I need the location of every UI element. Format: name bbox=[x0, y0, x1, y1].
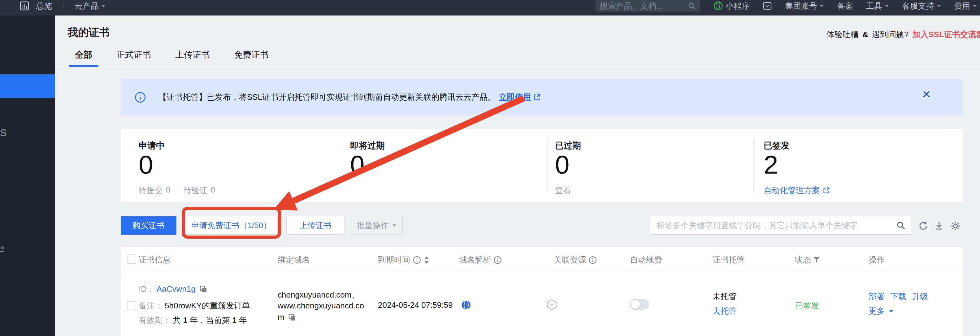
tabs: 全部 正式证书 上传证书 免费证书 bbox=[69, 49, 275, 66]
nav-search-box[interactable]: 搜索产品、文档... bbox=[595, 0, 700, 12]
tab-all[interactable]: 全部 bbox=[69, 49, 99, 66]
helper-links: 体验吐槽 & 遇到问题? 加入SSL证书交流群 帮 bbox=[826, 29, 980, 40]
tab-paid-certs[interactable]: 正式证书 bbox=[110, 49, 157, 66]
tab-uploaded-certs[interactable]: 上传证书 bbox=[169, 49, 216, 66]
top-nav: 总览 云产品 搜索产品、文档... 小程序 bbox=[0, 0, 980, 16]
batch-operation-label: 批量操作 bbox=[356, 220, 389, 231]
cert-remark-line: 备注： 5h0rowKY的重颁发订单 bbox=[139, 300, 250, 311]
dns-globe-icon[interactable] bbox=[461, 299, 472, 310]
stat-issued-value: 2 bbox=[764, 150, 778, 179]
deploy-link[interactable]: 部署 bbox=[869, 291, 885, 302]
upload-cert-label: 上传证书 bbox=[299, 220, 331, 231]
domain-line-1: chengxuyuancd.com、 bbox=[278, 290, 360, 300]
search-icon[interactable] bbox=[688, 2, 696, 10]
cert-validity-line: 有效期： 共 1 年，当前第 1 年 bbox=[139, 315, 247, 326]
chevron-down-icon bbox=[889, 310, 893, 312]
apply-free-cert-button[interactable]: 申请免费证书（1/50） bbox=[185, 216, 278, 235]
banner-close-icon[interactable] bbox=[921, 89, 932, 99]
nav-divider bbox=[63, 1, 64, 11]
sidebar-clipped-text: S bbox=[0, 127, 6, 139]
download-icon[interactable] bbox=[934, 221, 944, 230]
chevron-down-icon bbox=[101, 5, 105, 7]
sidebar: S bbox=[0, 16, 55, 336]
settings-gear-icon[interactable] bbox=[950, 221, 961, 231]
join-ssl-group-link[interactable]: 加入SSL证书交流群 bbox=[912, 29, 980, 40]
buy-cert-label: 购买证书 bbox=[132, 220, 165, 231]
info-icon[interactable] bbox=[589, 256, 597, 264]
nav-group-account[interactable]: 集团账号 bbox=[785, 1, 824, 11]
copy-icon[interactable] bbox=[199, 285, 207, 293]
hosting-banner: 【证书托管】已发布，将SSL证书开启托管即可实现证书到期前自动更新关联的腾讯云云… bbox=[121, 79, 963, 115]
nav-message-icon-item[interactable] bbox=[763, 1, 772, 11]
pending-submit-label: 待提交 bbox=[139, 185, 163, 196]
console-logo-icon[interactable] bbox=[20, 1, 29, 11]
nav-billing[interactable]: 费用 bbox=[954, 1, 977, 11]
message-console-icon bbox=[763, 1, 772, 11]
pending-verify-label: 待验证 bbox=[183, 185, 207, 196]
toggle-knob bbox=[630, 300, 640, 309]
tab-free-certs[interactable]: 免费证书 bbox=[228, 49, 275, 66]
keyword-search-input[interactable] bbox=[650, 221, 891, 230]
question-text: 遇到问题? bbox=[872, 29, 908, 40]
hosting-status: 未托管 bbox=[713, 291, 737, 302]
col-auto-renew: 自动续费 bbox=[630, 254, 662, 265]
nav-overview[interactable]: 总览 bbox=[36, 1, 52, 11]
buy-cert-button[interactable]: 购买证书 bbox=[121, 216, 177, 235]
info-icon bbox=[134, 91, 146, 103]
automation-plan-label: 自动化管理方案 bbox=[764, 185, 820, 196]
external-link-icon bbox=[822, 187, 830, 194]
use-now-link[interactable]: 立即使用 bbox=[499, 92, 531, 102]
remark-label: 备注： bbox=[139, 300, 163, 311]
batch-operation-button[interactable]: 批量操作 bbox=[350, 216, 403, 235]
domain-line-2: www.chengxuyuancd.co bbox=[278, 301, 364, 310]
go-hosting-link[interactable]: 去托管 bbox=[713, 306, 737, 317]
stat-expiring-value: 0 bbox=[350, 150, 364, 179]
stats-divider bbox=[334, 138, 334, 193]
sort-icon[interactable] bbox=[424, 256, 430, 264]
col-hosting: 证书托管 bbox=[713, 254, 745, 265]
select-all-checkbox[interactable] bbox=[127, 254, 136, 264]
search-icon[interactable] bbox=[896, 221, 905, 230]
col-domain: 绑定域名 bbox=[278, 254, 310, 265]
automation-plan-link[interactable]: 自动化管理方案 bbox=[764, 185, 830, 196]
upload-cert-button[interactable]: 上传证书 bbox=[286, 216, 345, 235]
feedback-link[interactable]: 体验吐槽 bbox=[826, 29, 859, 40]
pending-verify-value: 0 bbox=[210, 185, 215, 196]
stats-card: 申请中 0 待提交0 待验证0 即将过期 0 已过期 0 查看 已签发 2 自动… bbox=[121, 129, 963, 202]
cert-id-link[interactable]: AaCvwn1g bbox=[157, 284, 196, 294]
chevron-down-icon bbox=[393, 224, 396, 227]
remark-value: 5h0rowKY的重颁发订单 bbox=[165, 300, 250, 311]
copy-icon[interactable] bbox=[288, 314, 296, 322]
nav-support[interactable]: 客服支持 bbox=[902, 1, 941, 11]
sidebar-active-item[interactable] bbox=[0, 74, 55, 98]
external-link-icon bbox=[533, 93, 541, 101]
upgrade-link[interactable]: 升级 bbox=[912, 291, 928, 302]
table-header: 证书信息 绑定域名 到期时间 域名解析 关联资源 自动续费 证书托管 状态 操作 bbox=[121, 247, 963, 271]
filter-funnel-icon[interactable] bbox=[813, 257, 820, 264]
info-icon[interactable] bbox=[493, 256, 502, 264]
download-link[interactable]: 下载 bbox=[890, 291, 906, 302]
view-expired-link[interactable]: 查看 bbox=[555, 185, 571, 196]
col-status: 状态 bbox=[795, 254, 820, 265]
transfer-arrows-icon[interactable] bbox=[0, 245, 6, 255]
mini-program-icon bbox=[713, 1, 723, 11]
row-checkbox[interactable] bbox=[127, 301, 136, 310]
nav-tools[interactable]: 工具 bbox=[866, 1, 889, 11]
auto-renew-toggle[interactable] bbox=[630, 299, 649, 310]
validity-value: 共 1 年，当前第 1 年 bbox=[173, 315, 247, 326]
stats-divider bbox=[753, 138, 754, 193]
validity-label: 有效期： bbox=[139, 315, 171, 326]
nav-mini-program[interactable]: 小程序 bbox=[713, 1, 750, 11]
nav-cloud-products[interactable]: 云产品 bbox=[75, 1, 105, 11]
id-label: ID： bbox=[139, 283, 155, 294]
info-icon[interactable] bbox=[413, 256, 421, 264]
cert-table: 证书信息 绑定域名 到期时间 域名解析 关联资源 自动续费 证书托管 状态 操作 bbox=[121, 247, 963, 336]
nav-icp[interactable]: 备案 bbox=[837, 1, 853, 11]
chevron-down-icon bbox=[820, 5, 824, 7]
keyword-search-box bbox=[650, 216, 911, 235]
more-actions[interactable]: 更多 bbox=[869, 306, 893, 317]
col-cert-info: 证书信息 bbox=[139, 254, 171, 265]
refresh-icon[interactable] bbox=[918, 221, 928, 230]
expire-time: 2024-05-24 07:59:59 bbox=[378, 300, 453, 310]
resource-icon[interactable] bbox=[546, 299, 557, 310]
